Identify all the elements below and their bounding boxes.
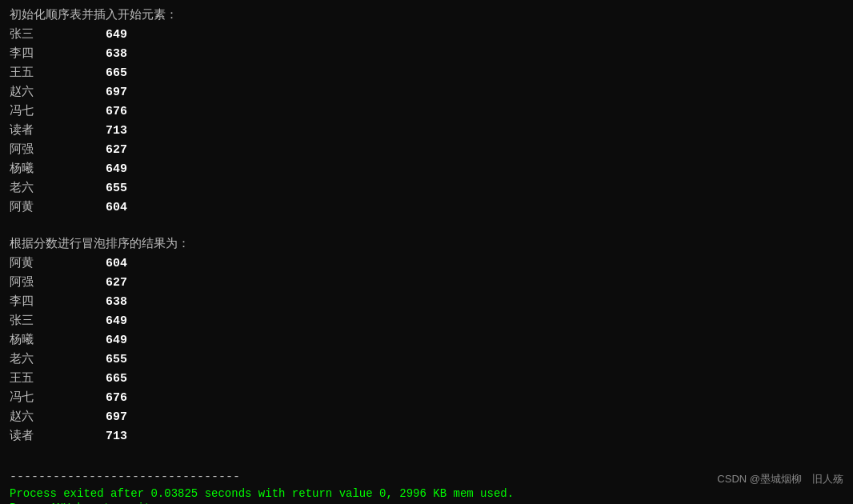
- score-cell: 638: [106, 45, 127, 64]
- table-row: 张三649: [10, 312, 843, 331]
- watermark: CSDN @墨城烟柳ゝ旧人殇: [717, 472, 843, 486]
- name-cell: 冯七: [10, 389, 106, 408]
- score-cell: 627: [106, 141, 127, 160]
- table-row: 冯七676: [10, 102, 843, 122]
- score-cell: 697: [106, 83, 127, 102]
- score-cell: 649: [106, 331, 127, 350]
- score-cell: 665: [106, 370, 127, 389]
- name-cell: 张三: [10, 26, 106, 45]
- table-row: 读者713: [10, 427, 843, 446]
- name-cell: 赵六: [10, 408, 106, 427]
- table-row: 老六655: [10, 350, 843, 370]
- score-cell: 676: [106, 102, 127, 122]
- score-cell: 627: [106, 274, 127, 293]
- score-cell: 638: [106, 293, 127, 312]
- section1-rows: 张三649李四638王五665赵六697冯七676读者713阿强627杨曦649…: [10, 26, 843, 218]
- table-row: 阿黄604: [10, 254, 843, 274]
- score-cell: 649: [106, 160, 127, 179]
- score-cell: 604: [106, 254, 127, 274]
- score-cell: 697: [106, 408, 127, 427]
- table-row: 赵六697: [10, 83, 843, 102]
- table-row: 阿强627: [10, 274, 843, 293]
- name-cell: 阿黄: [10, 198, 106, 218]
- table-row: 杨曦649: [10, 331, 843, 350]
- name-cell: 李四: [10, 45, 106, 64]
- name-cell: 杨曦: [10, 331, 106, 350]
- empty-line-2: [10, 446, 843, 464]
- table-row: 读者713: [10, 122, 843, 141]
- score-cell: 655: [106, 179, 127, 198]
- table-row: 张三649: [10, 26, 843, 45]
- table-row: 阿强627: [10, 141, 843, 160]
- table-row: 王五665: [10, 370, 843, 389]
- table-row: 王五665: [10, 64, 843, 83]
- score-cell: 676: [106, 389, 127, 408]
- name-cell: 老六: [10, 350, 106, 370]
- empty-line-1: [10, 218, 843, 235]
- name-cell: 王五: [10, 370, 106, 389]
- table-row: 杨曦649: [10, 160, 843, 179]
- table-row: 李四638: [10, 45, 843, 64]
- name-cell: 赵六: [10, 83, 106, 102]
- name-cell: 冯七: [10, 102, 106, 122]
- name-cell: 读者: [10, 122, 106, 141]
- score-cell: 649: [106, 26, 127, 45]
- name-cell: 阿黄: [10, 254, 106, 274]
- score-cell: 604: [106, 198, 127, 218]
- name-cell: 王五: [10, 64, 106, 83]
- score-cell: 713: [106, 427, 127, 446]
- terminal-window: 初始化顺序表并插入开始元素： 张三649李四638王五665赵六697冯七676…: [0, 0, 853, 504]
- name-cell: 老六: [10, 179, 106, 198]
- table-row: 老六655: [10, 179, 843, 198]
- name-cell: 李四: [10, 293, 106, 312]
- section2-rows: 阿黄604阿强627李四638张三649杨曦649老六655王五665冯七676…: [10, 254, 843, 446]
- table-row: 李四638: [10, 293, 843, 312]
- name-cell: 读者: [10, 427, 106, 446]
- name-cell: 杨曦: [10, 160, 106, 179]
- table-row: 冯七676: [10, 389, 843, 408]
- name-cell: 阿强: [10, 141, 106, 160]
- score-cell: 649: [106, 312, 127, 331]
- score-cell: 713: [106, 122, 127, 141]
- section1-header: 初始化顺序表并插入开始元素：: [10, 6, 843, 26]
- process-exit-line: Process exited after 0.03825 seconds wit…: [10, 487, 843, 500]
- table-row: 赵六697: [10, 408, 843, 427]
- name-cell: 张三: [10, 312, 106, 331]
- name-cell: 阿强: [10, 274, 106, 293]
- score-cell: 655: [106, 350, 127, 370]
- table-row: 阿黄604: [10, 198, 843, 218]
- score-cell: 665: [106, 64, 127, 83]
- section2-header: 根据分数进行冒泡排序的结果为：: [10, 235, 843, 254]
